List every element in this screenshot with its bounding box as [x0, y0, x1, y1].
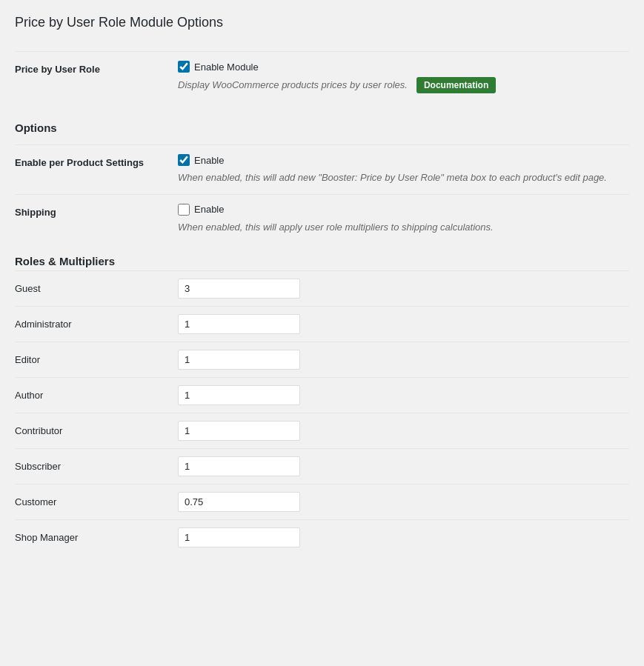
shipping-checkbox[interactable]: [178, 204, 190, 216]
role-label: Subscriber: [15, 461, 178, 472]
shipping-checkbox-row: Enable: [178, 204, 629, 216]
enable-module-label: Enable Module: [194, 61, 259, 73]
enable-per-product-label: Enable per Product Settings: [15, 154, 178, 168]
shipping-content: Enable When enabled, this will apply use…: [178, 204, 629, 235]
multiplier-row: Subscriber: [15, 448, 629, 484]
shipping-description: When enabled, this will apply user role …: [178, 220, 629, 235]
options-section-heading: Options: [15, 110, 629, 140]
per-product-checkbox-row: Enable: [178, 154, 629, 166]
multiplier-row: Administrator: [15, 306, 629, 342]
page-title: Price by User Role Module Options: [15, 15, 629, 36]
role-multiplier-input[interactable]: [178, 385, 300, 405]
role-multiplier-input[interactable]: [178, 492, 300, 512]
per-product-checkbox-label: Enable: [194, 155, 224, 166]
role-multiplier-input[interactable]: [178, 350, 300, 370]
multiplier-row: Author: [15, 377, 629, 413]
role-label: Shop Manager: [15, 532, 178, 543]
role-multiplier-input[interactable]: [178, 456, 300, 476]
enable-per-product-checkbox[interactable]: [178, 154, 190, 166]
roles-section-heading: Roles & Multipliers: [15, 243, 629, 270]
role-label: Customer: [15, 496, 178, 507]
enable-per-product-row: Enable per Product Settings Enable When …: [15, 144, 629, 194]
shipping-checkbox-label: Enable: [194, 204, 224, 215]
role-multiplier-input[interactable]: [178, 421, 300, 441]
price-by-user-role-content: Enable Module Display WooCommerce produc…: [178, 61, 629, 93]
role-multiplier-input[interactable]: [178, 314, 300, 334]
price-by-user-role-label: Price by User Role: [15, 61, 178, 75]
per-product-description: When enabled, this will add new "Booster…: [178, 170, 629, 185]
shipping-label: Shipping: [15, 204, 178, 218]
role-label: Administrator: [15, 319, 178, 330]
multiplier-row: Shop Manager: [15, 519, 629, 555]
role-label: Author: [15, 390, 178, 401]
enable-per-product-content: Enable When enabled, this will add new "…: [178, 154, 629, 185]
multiplier-row: Editor: [15, 342, 629, 377]
multiplier-row: Contributor: [15, 413, 629, 448]
role-label: Editor: [15, 354, 178, 365]
module-description-row: Display WooCommerce products prices by u…: [178, 77, 629, 93]
enable-module-checkbox[interactable]: [178, 61, 190, 73]
role-multiplier-input[interactable]: [178, 527, 300, 547]
multiplier-row: Customer: [15, 484, 629, 519]
price-by-user-role-row: Price by User Role Enable Module Display…: [15, 51, 629, 102]
documentation-button[interactable]: Documentation: [416, 77, 496, 93]
shipping-row: Shipping Enable When enabled, this will …: [15, 194, 629, 244]
role-multiplier-input[interactable]: [178, 279, 300, 299]
module-description: Display WooCommerce products prices by u…: [178, 78, 408, 93]
role-label: Guest: [15, 283, 178, 294]
page-container: Price by User Role Module Options Price …: [15, 15, 629, 555]
multiplier-row: Guest: [15, 270, 629, 306]
enable-module-row: Enable Module: [178, 61, 629, 73]
roles-container: GuestAdministratorEditorAuthorContributo…: [15, 270, 629, 555]
role-label: Contributor: [15, 425, 178, 436]
